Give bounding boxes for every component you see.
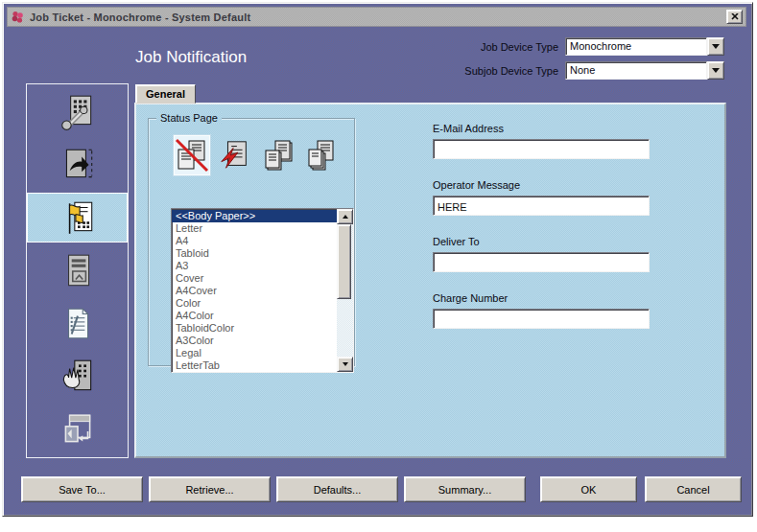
sidebar-item-page-handling[interactable] xyxy=(27,140,128,190)
job-notification-icon xyxy=(58,197,98,238)
list-item[interactable]: TabloidColor xyxy=(172,322,337,335)
paper-list: <<Body Paper>> Letter A4 Tabloid A3 Cove… xyxy=(172,209,337,372)
status-page-start-stack-icon xyxy=(261,138,296,173)
list-item[interactable]: A4Cover xyxy=(172,285,337,297)
list-item[interactable]: Legal xyxy=(172,347,337,359)
page-layout-icon xyxy=(58,251,98,291)
listbox-scrollbar[interactable] xyxy=(337,209,353,372)
window-title: Job Ticket - Monochrome - System Default xyxy=(30,12,250,23)
status-page-group: Status Page xyxy=(148,118,355,366)
list-item[interactable]: A4 xyxy=(172,235,337,247)
scrollbar-thumb[interactable] xyxy=(337,224,351,299)
ok-button[interactable]: OK xyxy=(540,476,637,502)
paper-listbox[interactable]: <<Body Paper>> Letter A4 Tabloid A3 Cove… xyxy=(171,208,354,373)
retrieve-button[interactable]: Retrieve... xyxy=(149,476,271,502)
summary-button[interactable]: Summary... xyxy=(404,476,526,502)
manual-operations-icon xyxy=(58,357,98,397)
subjob-device-type-label: Subjob Device Type xyxy=(410,65,558,77)
tab-general[interactable]: General xyxy=(135,84,196,104)
subjob-device-type-select[interactable]: None xyxy=(565,61,724,80)
chevron-up-icon xyxy=(343,212,348,219)
operator-message-label: Operator Message xyxy=(433,179,520,191)
list-item[interactable]: A4Color xyxy=(172,310,337,322)
job-device-type-label: Job Device Type xyxy=(410,41,558,53)
charge-number-field[interactable] xyxy=(433,309,650,329)
status-option-end-of-job[interactable] xyxy=(303,135,340,175)
status-page-end-stack-icon xyxy=(304,138,339,173)
list-item[interactable]: Tabloid xyxy=(172,247,337,260)
sidebar-item-job-notification[interactable] xyxy=(27,193,128,243)
scroll-up-button[interactable] xyxy=(337,209,353,224)
error-status-page-icon xyxy=(219,139,251,172)
sidebar-item-manual-operations[interactable] xyxy=(27,352,128,402)
no-status-page-icon xyxy=(175,138,209,173)
title-bar[interactable]: Job Ticket - Monochrome - System Default xyxy=(7,7,746,27)
deliver-to-field[interactable] xyxy=(433,252,650,272)
list-item[interactable]: Cover xyxy=(172,272,337,285)
screen: Job Ticket - Monochrome - System Default… xyxy=(0,0,757,532)
status-option-none[interactable] xyxy=(174,135,210,175)
sidebar-item-document-notes[interactable] xyxy=(27,299,128,349)
status-option-start-of-job[interactable] xyxy=(260,135,296,175)
cancel-button[interactable]: Cancel xyxy=(645,476,742,502)
operator-message-field[interactable] xyxy=(433,196,650,216)
status-option-on-error[interactable] xyxy=(217,135,253,175)
defaults-button[interactable]: Defaults... xyxy=(276,476,398,502)
list-item[interactable]: A3Color xyxy=(172,335,337,347)
save-to-button[interactable]: Save To... xyxy=(21,476,143,502)
scroll-down-button[interactable] xyxy=(337,357,353,372)
red-cluster-app-icon xyxy=(11,10,25,24)
list-item[interactable]: <<Body Paper>> xyxy=(172,210,337,222)
chevron-down-icon xyxy=(343,362,348,369)
sidebar xyxy=(26,83,129,458)
job-device-type-value: Monochrome xyxy=(565,37,707,56)
close-button[interactable] xyxy=(726,10,743,24)
list-item[interactable]: A3 xyxy=(172,260,337,272)
sidebar-item-device-setup[interactable] xyxy=(27,87,128,137)
sidebar-item-forms-windows[interactable] xyxy=(27,405,128,454)
chevron-down-icon[interactable] xyxy=(707,37,724,56)
page-title: Job Notification xyxy=(135,48,247,67)
document-notes-icon xyxy=(58,304,98,344)
charge-number-label: Charge Number xyxy=(433,292,508,304)
device-setup-icon xyxy=(58,92,98,132)
status-page-group-label: Status Page xyxy=(156,112,222,124)
job-device-type-select[interactable]: Monochrome xyxy=(565,37,724,56)
forms-windows-icon xyxy=(58,409,98,450)
sidebar-item-page-layout[interactable] xyxy=(27,246,128,296)
list-item[interactable]: Letter xyxy=(172,222,337,235)
status-page-options xyxy=(174,135,340,175)
list-item[interactable]: LetterTab xyxy=(172,359,337,372)
subjob-device-type-value: None xyxy=(565,61,707,80)
email-address-field[interactable] xyxy=(433,139,650,159)
chevron-down-icon[interactable] xyxy=(707,61,724,80)
page-handling-icon xyxy=(58,145,98,185)
general-tab-panel: Status Page xyxy=(134,103,726,458)
scrollbar-track[interactable] xyxy=(337,224,353,357)
close-x-icon xyxy=(731,13,739,20)
deliver-to-label: Deliver To xyxy=(433,236,480,247)
email-address-label: E-Mail Address xyxy=(433,123,504,134)
list-item[interactable]: Color xyxy=(172,297,337,310)
